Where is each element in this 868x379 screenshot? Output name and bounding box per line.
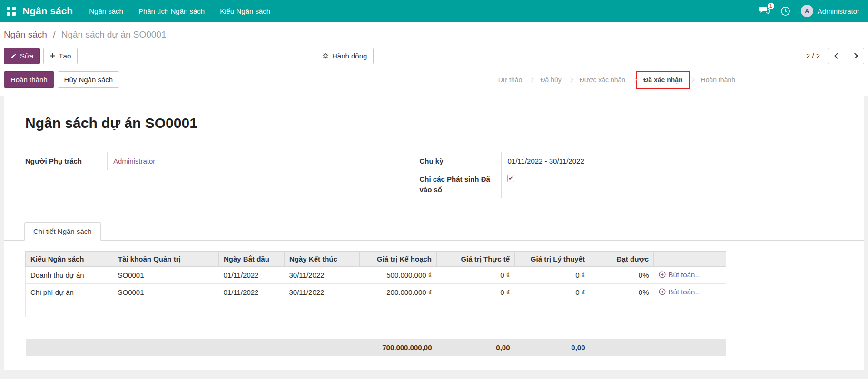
pager-previous-button[interactable]	[828, 48, 845, 64]
button-row: Sửa Tạo Hành động 2 / 2	[4, 47, 864, 65]
status-step-da-xac-nhan-annotated[interactable]: Đã xác nhận	[637, 72, 689, 88]
budget-lines-table: Kiểu Ngân sách Tài khoản Quản trị Ngày B…	[25, 251, 726, 356]
main-menu: Ngân sách Phân tích Ngân sách Kiểu Ngân …	[89, 7, 286, 15]
action-menu-button[interactable]: Hành động	[316, 48, 374, 64]
done-button[interactable]: Hoàn thành	[4, 71, 54, 88]
edit-button[interactable]: Sửa	[4, 48, 40, 64]
col-gia-tri-thuc-te[interactable]: Giá trị Thực tế	[437, 252, 515, 267]
field-responsible: Người Phụ trách Administrator	[25, 152, 419, 170]
cell-date-end: 30/11/2022	[285, 267, 360, 284]
status-step-duoc-xac-nhan[interactable]: Được xác nhận	[573, 72, 631, 88]
col-gia-tri-ly-thuyet[interactable]: Giá trị Lý thuyết	[515, 252, 590, 267]
responsible-label: Người Phụ trách	[25, 152, 107, 170]
posted-only-checkbox[interactable]	[507, 175, 514, 182]
status-step-da-huy[interactable]: Đã hủy	[534, 72, 567, 88]
cell-achieved: 0%	[590, 267, 654, 284]
cell-budget-type: Doanh thu dự án	[26, 267, 113, 284]
cell-budget-type: Chi phí dự án	[26, 284, 113, 301]
total-planned: 700.000.000,00	[360, 339, 437, 356]
check-icon	[509, 176, 513, 180]
status-arrow-icon	[689, 77, 694, 82]
responsible-value-link[interactable]: Administrator	[113, 157, 155, 165]
arrow-circle-icon	[659, 288, 666, 295]
user-menu[interactable]: A Administrator	[801, 5, 859, 17]
field-period: Chu kỳ 01/11/2022 - 30/11/2022	[419, 152, 813, 170]
field-group-left: Người Phụ trách Administrator	[25, 152, 419, 198]
pager-counter: 2 / 2	[806, 52, 820, 60]
col-ngay-ket-thuc[interactable]: Ngày Kết thúc	[285, 252, 360, 267]
chevron-left-icon	[834, 53, 840, 59]
cell-planned: 200.000.000 ₫	[360, 284, 437, 301]
content-area: Ngân sách dự án SO0001 Người Phụ trách A…	[0, 96, 868, 379]
chevron-right-icon	[852, 53, 858, 59]
period-value: 01/11/2022 - 30/11/2022	[501, 152, 813, 170]
col-kieu-ngan-sach[interactable]: Kiểu Ngân sách	[26, 252, 113, 267]
cell-date-end: 30/11/2022	[285, 284, 360, 301]
menu-item-kieu-ngan-sach[interactable]: Kiểu Ngân sách	[220, 7, 270, 15]
breadcrumb: Ngân sách / Ngân sách dự án SO0001	[4, 29, 864, 40]
empty-row	[26, 301, 726, 317]
control-panel: Ngân sách / Ngân sách dự án SO0001 Sửa T…	[0, 22, 868, 88]
cell-theoretical: 0 ₫	[515, 284, 590, 301]
messages-icon[interactable]: 1	[760, 7, 770, 16]
plus-icon	[50, 53, 55, 58]
table-header-row: Kiểu Ngân sách Tài khoản Quản trị Ngày B…	[26, 252, 726, 267]
app-title[interactable]: Ngân sách	[22, 5, 73, 17]
create-button[interactable]: Tạo	[43, 48, 78, 64]
notebook: Chi tiết Ngân sách Kiểu Ngân sách Tài kh…	[21, 222, 847, 356]
field-posted-only: Chỉ các Phát sinh Đã vào sổ	[419, 170, 813, 199]
edit-button-label: Sửa	[20, 52, 33, 60]
total-practical: 0,00	[437, 339, 515, 356]
avatar: A	[801, 5, 813, 17]
breadcrumb-parent[interactable]: Ngân sách	[4, 29, 47, 39]
breadcrumb-current: Ngân sách dự án SO0001	[61, 29, 167, 39]
status-step-du-thao[interactable]: Dự thảo	[492, 72, 529, 88]
menu-item-phan-tich-ngan-sach[interactable]: Phân tích Ngân sách	[138, 7, 205, 15]
tab-chi-tiet-ngan-sach[interactable]: Chi tiết Ngân sách	[24, 222, 101, 241]
cell-practical: 0 ₫	[437, 284, 515, 301]
action-menu-label: Hành động	[332, 52, 367, 60]
cancel-budget-button[interactable]: Hủy Ngân sách	[58, 71, 120, 88]
pager-next-button[interactable]	[847, 48, 864, 64]
col-entries	[654, 252, 726, 267]
total-theoretical: 0,00	[515, 339, 590, 356]
cell-date-start: 01/11/2022	[219, 267, 285, 284]
top-navbar: Ngân sách Ngân sách Phân tích Ngân sách …	[0, 0, 868, 22]
entries-button[interactable]: Bút toán...	[659, 288, 701, 296]
cell-account: SO0001	[113, 284, 219, 301]
field-groups: Người Phụ trách Administrator Chu kỳ 01/…	[25, 152, 847, 198]
done-button-label: Hoàn thành	[10, 76, 48, 84]
cell-date-start: 01/11/2022	[219, 284, 285, 301]
entries-button[interactable]: Bút toán...	[659, 271, 701, 279]
entries-label: Bút toán...	[669, 288, 701, 296]
cancel-budget-label: Hủy Ngân sách	[64, 76, 113, 84]
table-row-doanh-thu[interactable]: Doanh thu dự án SO0001 01/11/2022 30/11/…	[26, 267, 726, 284]
cell-account: SO0001	[113, 267, 219, 284]
posted-only-label: Chỉ các Phát sinh Đã vào sổ	[419, 170, 501, 199]
pencil-icon	[10, 53, 17, 59]
arrow-circle-icon	[659, 271, 666, 278]
table-row-chi-phi[interactable]: Chi phí dự án SO0001 01/11/2022 30/11/20…	[26, 284, 726, 301]
create-button-label: Tạo	[59, 52, 71, 60]
user-name: Administrator	[818, 7, 859, 15]
spacer-row	[26, 317, 726, 339]
form-sheet: Ngân sách dự án SO0001 Người Phụ trách A…	[4, 96, 864, 370]
record-title: Ngân sách dự án SO0001	[25, 115, 847, 131]
activities-clock-icon[interactable]	[780, 6, 790, 16]
col-dat-duoc[interactable]: Đạt được	[590, 252, 654, 267]
tab-strip: Chi tiết Ngân sách	[4, 222, 864, 241]
breadcrumb-separator: /	[53, 29, 55, 39]
status-step-hoan-thanh[interactable]: Hoàn thành	[695, 72, 741, 88]
col-gia-tri-ke-hoach[interactable]: Giá trị Kế hoạch	[360, 252, 437, 267]
cell-practical: 0 ₫	[437, 267, 515, 284]
col-ngay-bat-dau[interactable]: Ngày Bắt đầu	[219, 252, 285, 267]
statusbar: Dự thảo Đã hủy Được xác nhận Đã xác nhận…	[492, 72, 741, 88]
pager: 2 / 2	[806, 48, 864, 64]
col-tai-khoan-quan-tri[interactable]: Tài khoản Quản trị	[113, 252, 219, 267]
totals-row: 700.000.000,00 0,00 0,00	[26, 339, 726, 356]
status-row: Hoàn thành Hủy Ngân sách Dự thảo Đã hủy …	[4, 71, 864, 88]
apps-grid-icon[interactable]	[7, 7, 16, 16]
menu-item-ngan-sach[interactable]: Ngân sách	[89, 7, 123, 15]
status-arrow-icon	[631, 77, 637, 82]
gear-icon	[322, 52, 329, 59]
